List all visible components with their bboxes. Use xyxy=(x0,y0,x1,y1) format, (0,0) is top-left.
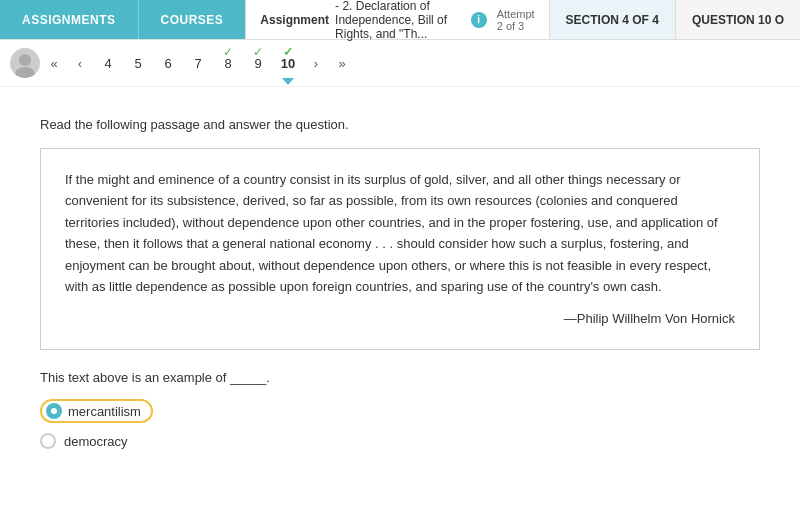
check-icon-9: ✓ xyxy=(253,45,263,59)
section-indicator: SECTION 4 OF 4 xyxy=(549,0,675,39)
assignments-label: ASSIGNMENTS xyxy=(22,13,116,27)
last-page-button[interactable]: » xyxy=(330,51,354,75)
top-nav: ASSIGNMENTS CouRSES Assignment - 2. Decl… xyxy=(0,0,800,40)
avatar xyxy=(10,48,40,78)
page-6[interactable]: 6 xyxy=(154,49,182,77)
page-4-num: 4 xyxy=(104,56,111,71)
current-page-arrow xyxy=(282,78,294,85)
first-page-button[interactable]: « xyxy=(42,51,66,75)
instruction-text: Read the following passage and answer th… xyxy=(40,117,760,132)
answer-option-2[interactable]: democracy xyxy=(40,433,760,449)
assignment-bold: Assignment xyxy=(260,13,329,27)
page-5[interactable]: 5 xyxy=(124,49,152,77)
check-icon-8: ✓ xyxy=(223,45,233,59)
avatar-image xyxy=(10,48,40,78)
assignments-nav[interactable]: ASSIGNMENTS xyxy=(0,0,138,39)
question-label: QUESTION 10 O xyxy=(692,13,784,27)
assignment-title-text: - 2. Declaration of Independence, Bill o… xyxy=(335,0,465,41)
radio-1-inner xyxy=(51,408,57,414)
page-6-num: 6 xyxy=(164,56,171,71)
page-9[interactable]: ✓ 9 xyxy=(244,49,272,77)
page-7[interactable]: 7 xyxy=(184,49,212,77)
page-7-num: 7 xyxy=(194,56,201,71)
option-2-label: democracy xyxy=(64,434,128,449)
option-1-highlight: mercantilism xyxy=(40,399,153,423)
question-text: This text above is an example of _____. xyxy=(40,370,760,385)
answer-option-1[interactable]: mercantilism xyxy=(40,399,760,423)
question-indicator: QUESTION 10 O xyxy=(675,0,800,39)
svg-point-1 xyxy=(15,67,35,78)
attempt-text: Attempt 2 of 3 xyxy=(497,8,535,32)
passage-attribution: —Philip Willhelm Von Hornick xyxy=(65,308,735,329)
page-4[interactable]: 4 xyxy=(94,49,122,77)
courses-nav[interactable]: CouRSES xyxy=(138,0,246,39)
section-label: SECTION 4 OF 4 xyxy=(566,13,659,27)
courses-label: CouRSES xyxy=(161,13,224,27)
page-8[interactable]: ✓ 8 xyxy=(214,49,242,77)
prev-page-button[interactable]: ‹ xyxy=(68,51,92,75)
page-10[interactable]: ✓ 10 xyxy=(274,49,302,77)
radio-1[interactable] xyxy=(46,403,62,419)
pagination-bar: « ‹ 4 5 6 7 ✓ 8 ✓ 9 ✓ 10 › » xyxy=(0,40,800,87)
passage-box: If the might and eminence of a country c… xyxy=(40,148,760,350)
main-content: Read the following passage and answer th… xyxy=(0,87,800,479)
svg-point-0 xyxy=(19,54,31,66)
passage-text: If the might and eminence of a country c… xyxy=(65,169,735,298)
check-icon-10: ✓ xyxy=(283,45,293,59)
page-5-num: 5 xyxy=(134,56,141,71)
info-icon[interactable]: i xyxy=(471,12,487,28)
option-1-label: mercantilism xyxy=(68,404,141,419)
next-page-button[interactable]: › xyxy=(304,51,328,75)
radio-2[interactable] xyxy=(40,433,56,449)
assignment-title-bar: Assignment - 2. Declaration of Independe… xyxy=(245,0,548,39)
